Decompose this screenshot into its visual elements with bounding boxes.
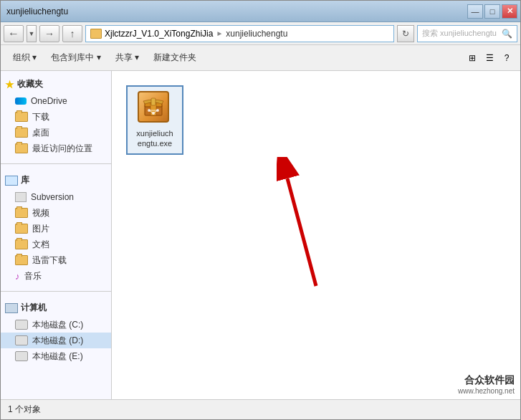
- forward-button[interactable]: →: [39, 25, 59, 42]
- watermark-container: 合众软件园 www.hezhong.net: [458, 374, 515, 395]
- file-label: xunjieliuch engtu.exe: [136, 128, 173, 149]
- sidebar-item-thunder[interactable]: 迅雷下载: [1, 252, 111, 268]
- box-svg-icon: [142, 97, 165, 117]
- subversion-label: Subversion: [31, 192, 74, 202]
- section-divider-1: [1, 163, 111, 164]
- music-label: 音乐: [24, 270, 42, 282]
- drive-d-icon: [15, 335, 28, 345]
- title-bar-text: xunjieliuchengtu: [6, 6, 467, 16]
- sidebar-item-drive-c[interactable]: 本地磁盘 (C:): [1, 317, 111, 333]
- recent-label: 最近访问的位置: [32, 143, 92, 155]
- sidebar-item-video[interactable]: 视频: [1, 205, 111, 221]
- explorer-window: xunjieliuchengtu — □ ✕ ← ▼ → ↑ XjlctzzrJ…: [0, 0, 521, 420]
- svg-rect-2: [150, 102, 156, 115]
- svg-rect-3: [151, 98, 156, 105]
- computer-header: 计算机: [1, 299, 111, 317]
- recent-folder-icon: [15, 143, 28, 153]
- toolbar: 组织 ▾ 包含到库中 ▾ 共享 ▾ 新建文件夹 ⊞ ☰ ?: [1, 45, 520, 71]
- library-icon: [5, 176, 18, 186]
- desktop-label: 桌面: [32, 127, 49, 139]
- file-area: xunjieliuch engtu.exe: [112, 71, 520, 399]
- maximize-button[interactable]: □: [484, 4, 500, 19]
- download-label: 下载: [32, 111, 49, 123]
- sidebar: ★ 收藏夹 OneDrive 下载 桌面 最近访问的位置: [1, 71, 112, 399]
- close-button[interactable]: ✕: [502, 4, 517, 19]
- library-header: 库: [1, 171, 111, 189]
- share-button[interactable]: 共享 ▾: [109, 48, 145, 68]
- drive-d-label: 本地磁盘 (D:): [32, 335, 83, 347]
- search-box[interactable]: 搜索 xunjieliuchengtu 🔍: [417, 25, 517, 42]
- view-icons: ⊞ ☰ ?: [464, 50, 515, 66]
- sidebar-item-pictures[interactable]: 图片: [1, 221, 111, 237]
- organize-label: 组织 ▾: [13, 52, 37, 64]
- favorites-section: ★ 收藏夹 OneDrive 下载 桌面 最近访问的位置: [1, 71, 111, 161]
- video-folder-icon: [15, 208, 28, 218]
- desktop-folder-icon: [15, 128, 28, 138]
- onedrive-label: OneDrive: [31, 96, 67, 106]
- title-bar-controls: — □ ✕: [467, 4, 517, 19]
- exe-icon-body: [138, 91, 169, 123]
- pictures-folder-icon: [15, 224, 28, 234]
- watermark-line1: 合众软件园: [458, 374, 515, 387]
- grid-view-button[interactable]: ⊞: [464, 50, 480, 66]
- drive-c-label: 本地磁盘 (C:): [32, 319, 83, 331]
- library-section: 库 Subversion 视频 图片 文档: [1, 167, 111, 288]
- minimize-button[interactable]: —: [467, 4, 483, 19]
- sidebar-item-drive-d[interactable]: 本地磁盘 (D:): [1, 333, 111, 348]
- favorites-label: 收藏夹: [17, 78, 43, 90]
- red-arrow: [277, 157, 334, 302]
- main-content: ★ 收藏夹 OneDrive 下载 桌面 最近访问的位置: [1, 71, 520, 399]
- refresh-button[interactable]: ↻: [397, 25, 414, 42]
- sidebar-item-onedrive[interactable]: OneDrive: [1, 93, 111, 109]
- path-current: xunjieliuchengtu: [226, 29, 287, 39]
- include-library-label: 包含到库中 ▾: [51, 52, 100, 64]
- sidebar-item-desktop[interactable]: 桌面: [1, 125, 111, 140]
- sidebar-item-music[interactable]: ♪ 音乐: [1, 268, 111, 284]
- svg-point-4: [148, 109, 150, 112]
- svg-line-11: [287, 178, 316, 286]
- drive-c-icon: [15, 320, 28, 330]
- status-count: 1 个对象: [8, 404, 513, 416]
- drive-e-label: 本地磁盘 (E:): [32, 350, 83, 363]
- organize-button[interactable]: 组织 ▾: [6, 48, 43, 68]
- svg-line-9: [153, 110, 158, 113]
- new-folder-button[interactable]: 新建文件夹: [147, 48, 203, 68]
- favorites-header: ★ 收藏夹: [1, 75, 111, 93]
- docs-folder-icon: [15, 239, 28, 249]
- up-button[interactable]: ↑: [62, 25, 82, 42]
- list-view-button[interactable]: ☰: [482, 50, 497, 66]
- address-path[interactable]: XjlctzzrJ_V1.0_XiTongZhiJia ► xunjieliuc…: [85, 25, 394, 42]
- library-label: 库: [21, 174, 29, 186]
- sidebar-item-subversion[interactable]: Subversion: [1, 189, 111, 205]
- new-folder-label: 新建文件夹: [153, 52, 196, 64]
- path-prefix: XjlctzzrJ_V1.0_XiTongZhiJia: [105, 29, 213, 39]
- sidebar-item-recent[interactable]: 最近访问的位置: [1, 140, 111, 156]
- sidebar-item-docs[interactable]: 文档: [1, 237, 111, 252]
- help-button[interactable]: ?: [499, 50, 515, 66]
- sidebar-item-download[interactable]: 下载: [1, 109, 111, 125]
- svg-point-5: [156, 109, 159, 112]
- file-icon-exe[interactable]: xunjieliuch engtu.exe: [126, 85, 183, 155]
- computer-section: 计算机 本地磁盘 (C:) 本地磁盘 (D:) 本地磁盘 (E:): [1, 295, 111, 368]
- watermark-line2: www.hezhong.net: [458, 387, 515, 395]
- download-folder-icon: [15, 112, 28, 122]
- thunder-folder-icon: [15, 255, 28, 265]
- back-dropdown[interactable]: ▼: [27, 25, 37, 42]
- back-button[interactable]: ←: [4, 25, 24, 42]
- computer-icon: [5, 303, 18, 313]
- sidebar-item-drive-e[interactable]: 本地磁盘 (E:): [1, 348, 111, 364]
- svg-line-8: [149, 110, 153, 113]
- section-divider-2: [1, 291, 111, 292]
- music-icon: ♪: [15, 271, 20, 282]
- status-bar: 1 个对象: [1, 399, 520, 419]
- svg-rect-1: [145, 102, 162, 107]
- drive-e-icon: [15, 351, 28, 361]
- path-separator: ►: [216, 29, 223, 37]
- star-icon: ★: [5, 79, 14, 90]
- video-label: 视频: [32, 207, 49, 219]
- address-bar: ← ▼ → ↑ XjlctzzrJ_V1.0_XiTongZhiJia ► xu…: [1, 22, 520, 45]
- svg-point-6: [152, 112, 155, 115]
- computer-label: 计算机: [21, 302, 47, 314]
- pictures-label: 图片: [32, 223, 49, 235]
- include-library-button[interactable]: 包含到库中 ▾: [44, 48, 107, 68]
